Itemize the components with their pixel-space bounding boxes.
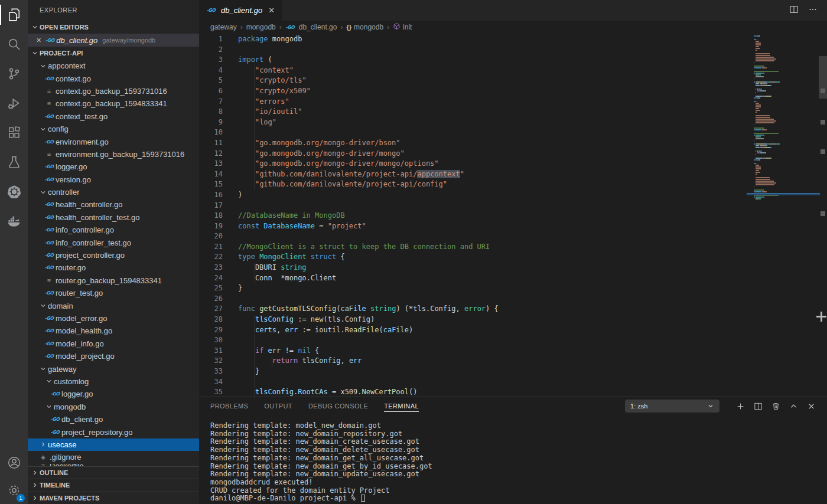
- tree-file-model-health-go[interactable]: -GOmodel_health.go: [28, 325, 199, 337]
- activity-docker-icon[interactable]: [0, 207, 28, 236]
- activity-kubernetes-icon[interactable]: [0, 177, 28, 207]
- terminal-line: Rendering template: new_domain_delete_us…: [210, 446, 827, 454]
- terminal-prompt[interactable]: danilo@MBP-de-Danilo project-api %: [210, 495, 827, 503]
- code-line-17: 17: [199, 201, 750, 211]
- activity-run-debug-icon[interactable]: [0, 89, 28, 118]
- tree-folder-config[interactable]: config: [28, 123, 199, 135]
- close-panel-icon[interactable]: [802, 402, 820, 411]
- tree-file-logger-go[interactable]: -GOlogger.go: [28, 388, 199, 400]
- minimap[interactable]: [750, 34, 819, 397]
- activity-account-icon[interactable]: [0, 449, 28, 476]
- tree-item-label: customlog: [54, 377, 89, 386]
- tree-item-label: usecase: [48, 440, 76, 449]
- indent-guide: [255, 273, 255, 284]
- tree-file-model-error-go[interactable]: -GOmodel_error.go: [28, 312, 199, 325]
- tree-folder-usecase[interactable]: usecase: [28, 438, 199, 451]
- tree-item-label: .gitignore: [50, 453, 81, 462]
- panel-tab-problems[interactable]: PROBLEMS: [210, 397, 248, 415]
- section-outline[interactable]: OUTLINE: [28, 466, 199, 479]
- breadcrumb-item-gateway[interactable]: gateway: [210, 23, 237, 31]
- panel-tab-output[interactable]: OUTPUT: [264, 397, 292, 415]
- line-number: 9: [199, 117, 223, 128]
- breadcrumb-item-mongodb[interactable]: mongodb: [246, 23, 276, 31]
- activity-explorer-icon[interactable]: [0, 0, 28, 30]
- activity-search-icon[interactable]: [0, 30, 28, 59]
- tree-file-db-client-go[interactable]: -GOdb_client.go: [28, 413, 199, 426]
- section-maven-projects[interactable]: MAVEN PROJECTS: [28, 492, 199, 504]
- code-line-10: 10: [199, 127, 750, 138]
- tree-file-context-go-backup-1593731016[interactable]: ≡context.go_backup_1593731016: [28, 85, 199, 97]
- split-terminal-icon[interactable]: [749, 402, 767, 411]
- activity-extensions-icon[interactable]: [0, 118, 28, 148]
- line-number: 7: [199, 97, 223, 107]
- indent-guide: [255, 107, 255, 117]
- close-icon[interactable]: ✕: [36, 37, 41, 44]
- tree-file-info-controller-test-go[interactable]: -GOinfo_controller_test.go: [28, 236, 199, 248]
- editor-scrollbar[interactable]: [819, 34, 827, 397]
- tree-file-environment-go-backup-1593731016[interactable]: ≡environment.go_backup_1593731016: [28, 148, 199, 161]
- breadcrumb-item-db-client-go[interactable]: -GOdb_client.go: [285, 23, 337, 31]
- more-actions-icon[interactable]: [808, 5, 818, 17]
- activity-source-control-icon[interactable]: [0, 59, 28, 89]
- line-number: 23: [199, 263, 223, 273]
- tree-file-context-go[interactable]: -GOcontext.go: [28, 72, 199, 84]
- tree-file-environment-go[interactable]: -GOenvironment.go: [28, 135, 199, 148]
- tree-file-project-repository-go[interactable]: -GOproject_repository.go: [28, 426, 199, 438]
- txt-file-icon: ≡: [44, 100, 54, 107]
- indent-guide: [255, 325, 255, 336]
- indent-guide: [255, 149, 255, 159]
- code-line-22: 22type MongoClient struct {: [199, 252, 750, 263]
- tree-file-version-go[interactable]: -GOversion.go: [28, 174, 199, 186]
- tree-file-health-controller-go[interactable]: -GOhealth_controller.go: [28, 198, 199, 211]
- panel-tab-terminal[interactable]: TERMINAL: [384, 397, 419, 415]
- tree-folder-customlog[interactable]: customlog: [28, 375, 199, 388]
- indent-guide: [255, 315, 255, 325]
- breadcrumb-item-mongodb[interactable]: {}mongodb: [346, 23, 383, 31]
- section-timeline[interactable]: TIMELINE: [28, 479, 199, 492]
- tree-file-router-test-go[interactable]: -GOrouter_test.go: [28, 287, 199, 299]
- tree-folder-domain[interactable]: domain: [28, 299, 199, 312]
- tree-file-project-controller-go[interactable]: -GOproject_controller.go: [28, 249, 199, 261]
- tree-file-context-test-go[interactable]: -GOcontext_test.go: [28, 110, 199, 123]
- section-label: MAVEN PROJECTS: [40, 495, 99, 502]
- tree-file-router-go[interactable]: -GOrouter.go: [28, 261, 199, 274]
- activity-settings-icon[interactable]: 1: [0, 476, 28, 504]
- line-number: 18: [199, 211, 223, 221]
- indent-guide: [255, 346, 255, 356]
- kill-terminal-icon[interactable]: [767, 402, 784, 411]
- split-editor-icon[interactable]: [789, 5, 799, 17]
- code-line-5: 5 "crypto/tls": [199, 76, 750, 86]
- tree-file-model-info-go[interactable]: -GOmodel_info.go: [28, 338, 199, 350]
- tree-file-logger-go[interactable]: -GOlogger.go: [28, 161, 199, 173]
- tab-close-icon[interactable]: ✕: [268, 6, 275, 15]
- tree-folder-mongodb[interactable]: mongodb: [28, 401, 199, 413]
- tree-folder-gateway[interactable]: gateway: [28, 362, 199, 375]
- activity-test-icon[interactable]: [0, 148, 28, 177]
- open-editors-header[interactable]: OPEN EDITORS: [28, 21, 199, 34]
- chevron-down-icon: [707, 402, 714, 410]
- new-terminal-icon[interactable]: [731, 402, 749, 411]
- editor-tab-bar: -GO db_client.go ✕: [199, 0, 827, 21]
- open-editor-item[interactable]: ✕ -GO db_client.go gateway/mongodb: [28, 34, 199, 47]
- panel-tab-debug-console[interactable]: DEBUG CONSOLE: [308, 397, 368, 415]
- tree-file-health-controller-test-go[interactable]: -GOhealth_controller_test.go: [28, 211, 199, 224]
- maximize-panel-icon[interactable]: [784, 402, 802, 411]
- tree-folder-controller[interactable]: controller: [28, 186, 199, 198]
- tree-file-model-project-go[interactable]: -GOmodel_project.go: [28, 350, 199, 362]
- project-section-header[interactable]: PROJECT-API: [28, 47, 199, 60]
- go-file-icon: -GO: [44, 290, 54, 296]
- tree-file--gitignore[interactable]: ◈.gitignore: [28, 451, 199, 463]
- code-area[interactable]: 1package mongodb23import (4 "context"5 "…: [199, 34, 750, 397]
- panel-header: PROBLEMSOUTPUTDEBUG CONSOLETERMINAL 1: z…: [199, 397, 827, 415]
- line-number: 12: [199, 149, 223, 159]
- tree-file-info-controller-go[interactable]: -GOinfo_controller.go: [28, 224, 199, 236]
- terminal-output[interactable]: Rendering template: model_new_domain.got…: [199, 415, 827, 504]
- tree-file-context-go-backup-1594833341[interactable]: ≡context.go_backup_1594833341: [28, 97, 199, 110]
- braces-icon: {}: [346, 24, 351, 31]
- terminal-shell-select[interactable]: 1: zsh: [625, 400, 719, 413]
- tree-folder-appcontext[interactable]: appcontext: [28, 60, 199, 72]
- tab-db-client-go[interactable]: -GO db_client.go ✕: [199, 0, 282, 21]
- breadcrumb-item-init[interactable]: init: [393, 22, 412, 32]
- tree-file-router-go-backup-1594833341[interactable]: ≡router.go_backup_1594833341: [28, 274, 199, 287]
- code-line-14: 14 "github.com/danilovalente/project-api…: [199, 169, 750, 180]
